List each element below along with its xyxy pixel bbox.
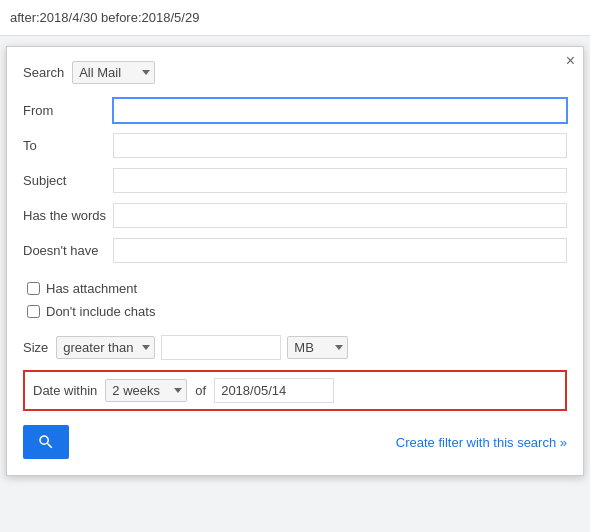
doesnt-have-label: Doesn't have bbox=[23, 243, 113, 258]
date-within-label: Date within bbox=[33, 383, 97, 398]
subject-row: Subject bbox=[23, 168, 567, 193]
size-unit-select[interactable]: MB KB Bytes bbox=[287, 336, 348, 359]
size-value-input[interactable] bbox=[161, 335, 281, 360]
search-icon bbox=[37, 433, 55, 451]
search-scope-label: Search bbox=[23, 65, 64, 80]
create-filter-link[interactable]: Create filter with this search » bbox=[396, 435, 567, 450]
has-words-row: Has the words bbox=[23, 203, 567, 228]
dont-include-chats-row: Don't include chats bbox=[23, 304, 567, 319]
dont-include-chats-checkbox[interactable] bbox=[27, 305, 40, 318]
dont-include-chats-label: Don't include chats bbox=[46, 304, 155, 319]
search-scope-row: Search All Mail Inbox Starred Sent Mail … bbox=[23, 61, 567, 84]
subject-input[interactable] bbox=[113, 168, 567, 193]
doesnt-have-input[interactable] bbox=[113, 238, 567, 263]
date-within-row: Date within 1 day 3 days 1 week 2 weeks … bbox=[23, 370, 567, 411]
date-within-period-select[interactable]: 1 day 3 days 1 week 2 weeks 1 month 2 mo… bbox=[105, 379, 187, 402]
search-bar: after:2018/4/30 before:2018/5/29 bbox=[0, 0, 590, 36]
doesnt-have-row: Doesn't have bbox=[23, 238, 567, 263]
to-input[interactable] bbox=[113, 133, 567, 158]
from-input[interactable] bbox=[113, 98, 567, 123]
date-value-input[interactable] bbox=[214, 378, 334, 403]
subject-label: Subject bbox=[23, 173, 113, 188]
search-scope-select[interactable]: All Mail Inbox Starred Sent Mail Drafts … bbox=[72, 61, 155, 84]
from-label: From bbox=[23, 103, 113, 118]
date-of-label: of bbox=[195, 383, 206, 398]
has-attachment-checkbox[interactable] bbox=[27, 282, 40, 295]
has-words-label: Has the words bbox=[23, 208, 113, 223]
footer-row: Create filter with this search » bbox=[23, 425, 567, 459]
to-label: To bbox=[23, 138, 113, 153]
search-query: after:2018/4/30 before:2018/5/29 bbox=[10, 10, 199, 25]
size-row: Size greater than less than MB KB Bytes bbox=[23, 335, 567, 360]
close-button[interactable]: × bbox=[566, 53, 575, 69]
has-attachment-label: Has attachment bbox=[46, 281, 137, 296]
has-words-input[interactable] bbox=[113, 203, 567, 228]
size-label: Size bbox=[23, 340, 48, 355]
from-row: From bbox=[23, 98, 567, 123]
size-operator-select[interactable]: greater than less than bbox=[56, 336, 155, 359]
has-attachment-row: Has attachment bbox=[23, 281, 567, 296]
search-button[interactable] bbox=[23, 425, 69, 459]
search-dialog: × Search All Mail Inbox Starred Sent Mai… bbox=[6, 46, 584, 476]
to-row: To bbox=[23, 133, 567, 158]
